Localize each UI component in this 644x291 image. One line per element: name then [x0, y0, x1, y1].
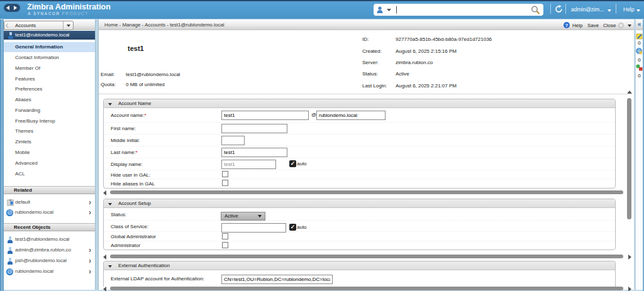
svg-text:?: ?	[565, 23, 569, 28]
svg-text:@: @	[7, 209, 13, 216]
svg-text:@: @	[7, 268, 13, 275]
